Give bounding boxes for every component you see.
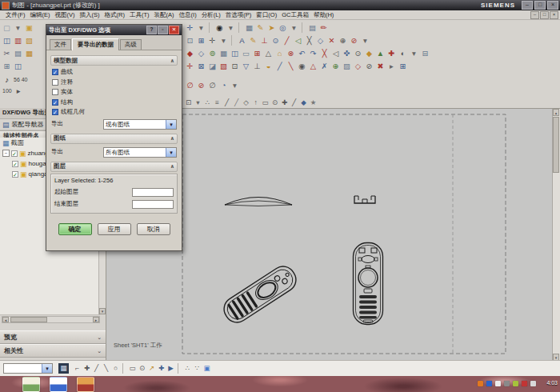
toolbar-icon[interactable]: ╱ xyxy=(290,98,298,107)
toolbar-icon[interactable]: △ xyxy=(263,48,274,58)
toolbar-icon[interactable]: ▾ xyxy=(13,22,23,33)
desktop-shortcut-icon[interactable] xyxy=(77,377,94,392)
toolbar-icon[interactable]: ▽ xyxy=(241,61,251,71)
checkbox[interactable] xyxy=(52,79,58,86)
toolbar-icon[interactable]: ╱ xyxy=(92,364,101,373)
menu-item[interactable]: 编辑(E) xyxy=(28,11,53,18)
navigator-section-bar[interactable]: 预览⌄ xyxy=(0,330,106,344)
toolbar-icon[interactable]: ✚ xyxy=(157,364,166,373)
menu-item[interactable]: 帮助(H) xyxy=(311,11,336,18)
tray-icon[interactable] xyxy=(478,381,483,386)
toolbar-icon[interactable]: ✜ xyxy=(342,48,352,58)
toolbar-icon[interactable]: ∴ xyxy=(203,98,212,107)
toolbar-icon[interactable]: ▾ xyxy=(289,22,299,33)
toolbar-icon[interactable]: ▲ xyxy=(375,48,386,58)
toolbar-icon[interactable]: ⊙ xyxy=(353,48,363,58)
toolbar-icon[interactable]: ◁ xyxy=(330,48,341,58)
toolbar-icon[interactable]: ◒ xyxy=(263,61,274,71)
dialog-tab[interactable]: 要导出的数据 xyxy=(72,38,119,50)
toolbar-icon[interactable]: ⊞ xyxy=(196,35,206,46)
menu-item[interactable]: 工具(T) xyxy=(127,11,152,18)
toolbar-icon[interactable]: ▤ xyxy=(13,48,23,58)
toolbar-icon[interactable]: ▭ xyxy=(261,98,270,107)
view-remote-isometric[interactable] xyxy=(219,262,300,326)
toolbar-icon[interactable]: ∵ xyxy=(193,364,202,373)
group-header-model-data[interactable]: 模型数据 ∧ xyxy=(50,55,178,66)
toolbar-icon[interactable]: ✂ xyxy=(2,48,12,58)
navigator-section-bar[interactable]: 相关性⌄ xyxy=(0,344,106,358)
toolbar-icon[interactable]: ▦ xyxy=(24,48,34,58)
snap-settings-icon[interactable]: ▦ xyxy=(58,363,69,374)
toolbar-icon[interactable]: ↷ xyxy=(308,48,318,58)
toolbar-icon[interactable]: ◇ xyxy=(315,35,326,46)
checkbox[interactable]: ✓ xyxy=(52,69,58,75)
toolbar-icon[interactable]: ◇ xyxy=(196,48,206,58)
toolbar-icon[interactable]: ⊞ xyxy=(2,61,12,71)
toolbar-icon[interactable]: ♪ xyxy=(2,74,12,85)
scroll-right-button[interactable]: ▸ xyxy=(93,317,99,322)
toolbar-icon[interactable]: ▾ xyxy=(194,98,202,107)
toolbar-icon[interactable]: ▾ xyxy=(196,22,206,33)
close-button[interactable]: × xyxy=(547,1,558,10)
scroll-down-button[interactable]: ▾ xyxy=(99,308,106,314)
toolbar-icon[interactable]: ∅ xyxy=(207,80,218,90)
toolbar-icon[interactable]: ✎ xyxy=(255,22,266,33)
tray-icon[interactable] xyxy=(530,381,536,386)
menu-item[interactable]: 信息(I) xyxy=(177,11,199,18)
toolbar-icon[interactable]: ▥ xyxy=(13,35,23,46)
toolbar-icon[interactable]: ▭ xyxy=(128,364,137,373)
toolbar-icon[interactable]: ▸ xyxy=(386,61,397,71)
toolbar-icon[interactable]: ⊥ xyxy=(259,35,270,46)
toolbar-icon[interactable]: ⊥ xyxy=(252,61,262,71)
toolbar-icon[interactable]: ▭ xyxy=(241,48,251,58)
tree-checkbox[interactable]: ✓ xyxy=(11,150,18,157)
toolbar-icon[interactable]: ◇ xyxy=(242,98,250,107)
tree-expander[interactable]: − xyxy=(2,150,10,157)
toolbar-icon[interactable]: ○ xyxy=(111,364,120,373)
toolbar-icon[interactable]: ▾ xyxy=(218,35,229,46)
toolbar-icon[interactable]: ▾ xyxy=(360,35,370,46)
scroll-thumb[interactable] xyxy=(553,117,559,173)
checkbox[interactable]: ✓ xyxy=(52,99,58,106)
toolbar-icon[interactable]: ╱ xyxy=(282,35,292,46)
toolbar-icon[interactable]: ╱ xyxy=(222,98,231,107)
minimize-button[interactable]: – xyxy=(522,1,533,10)
toolbar-icon[interactable]: ⊠ xyxy=(196,61,206,71)
toolbar-icon[interactable]: ∅ xyxy=(185,80,195,90)
tray-icon[interactable] xyxy=(486,381,492,386)
dialog-close-button[interactable]: ✕ xyxy=(169,26,179,34)
toolbar-icon[interactable]: ★ xyxy=(309,98,318,107)
toolbar-icon[interactable]: ⊗ xyxy=(286,48,296,58)
group-header-layers[interactable]: 图层 ∧ xyxy=(50,162,178,172)
toolbar-icon[interactable]: ▾ xyxy=(409,48,419,58)
toolbar-icon[interactable]: ⊙ xyxy=(270,98,279,107)
toolbar-icon[interactable]: ⊙ xyxy=(138,364,146,373)
toolbar-icon[interactable]: ✚ xyxy=(386,48,397,58)
cancel-button[interactable]: 取消 xyxy=(137,223,170,235)
toolbar-icon[interactable]: ✕ xyxy=(326,35,337,46)
toolbar-icon[interactable]: ◪ xyxy=(207,61,218,71)
toolbar-icon[interactable]: ⊘ xyxy=(196,80,206,90)
tree-checkbox[interactable]: ✓ xyxy=(12,171,18,178)
menu-item[interactable]: 首选项(P) xyxy=(223,11,254,18)
tree-checkbox[interactable]: ✓ xyxy=(12,161,18,167)
toolbar-icon[interactable]: ▾ xyxy=(230,80,240,90)
toolbar-icon[interactable]: ↗ xyxy=(147,364,156,373)
canvas-vertical-scrollbar[interactable]: ▴ ▾ xyxy=(552,109,560,360)
toolbar-icon[interactable]: ⊡ xyxy=(184,98,193,107)
toolbar-icon[interactable]: ◫ xyxy=(230,48,240,58)
toolbar-icon[interactable]: ✏ xyxy=(318,22,329,33)
mdi-restore-button[interactable]: □ xyxy=(540,11,549,19)
toolbar-icon[interactable]: ↑ xyxy=(251,98,260,107)
chevron-down-icon[interactable]: ▾ xyxy=(166,148,176,157)
toolbar-icon[interactable]: ╲ xyxy=(102,364,110,373)
toolbar-icon[interactable]: ▤ xyxy=(307,22,318,33)
toolbar-icon[interactable]: ▸ xyxy=(14,86,24,96)
chevron-down-icon[interactable]: ▾ xyxy=(42,364,52,373)
maximize-button[interactable]: □ xyxy=(534,1,546,10)
view-bracket-section[interactable] xyxy=(354,196,375,203)
toolbar-icon[interactable]: △ xyxy=(308,61,318,71)
view-lens-profile[interactable] xyxy=(225,198,292,206)
toolbar-icon[interactable]: ≡ xyxy=(213,98,222,107)
toolbar-icon[interactable]: ◆ xyxy=(185,48,195,58)
